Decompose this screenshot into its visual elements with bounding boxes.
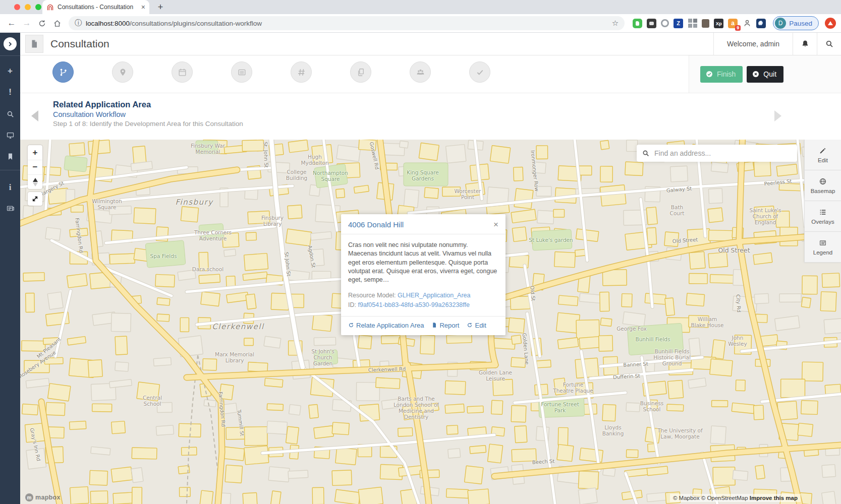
workflow-step-branch[interactable] xyxy=(52,61,74,83)
check-icon xyxy=(475,68,485,77)
map-tool-label: Legend xyxy=(813,249,832,256)
extension-red-icon[interactable] xyxy=(825,18,836,29)
users-icon xyxy=(416,68,425,77)
edit-icon xyxy=(467,322,473,328)
browser-tab[interactable]: Consultations - Consultation × xyxy=(42,0,149,14)
sidebar-item-info[interactable]: i xyxy=(0,180,20,194)
notifications-button[interactable] xyxy=(793,33,817,55)
map-tool-label: Basemap xyxy=(811,188,835,194)
sidebar-divider xyxy=(0,55,20,56)
finish-label: Finish xyxy=(717,70,736,78)
browser-toolbar: ← → ⓘ localhost:8000/consultations/plugi… xyxy=(0,14,841,33)
browser-window: Consultations - Consultation × + ← → ⓘ l… xyxy=(0,0,841,504)
sync-status: Paused xyxy=(789,20,812,27)
bell-icon xyxy=(801,39,810,48)
popup-action-report[interactable]: Report xyxy=(431,322,459,329)
zotero-extension-icon[interactable]: Z xyxy=(674,19,683,28)
resource-model-link[interactable]: GLHER_Application_Area xyxy=(398,292,471,299)
app-sidebar: +!i xyxy=(0,33,20,504)
forward-button[interactable]: → xyxy=(20,17,33,30)
map-tool-basemap[interactable]: Basemap xyxy=(805,170,841,201)
robot-extension-icon[interactable] xyxy=(647,19,656,28)
workflow-step-files[interactable] xyxy=(350,61,371,83)
workflow-steps xyxy=(52,61,490,83)
minimize-window-button[interactable] xyxy=(25,4,31,10)
fullscreen-icon xyxy=(31,195,39,203)
profile-chip[interactable]: D Paused xyxy=(773,16,819,30)
new-tab-button[interactable]: + xyxy=(154,2,166,13)
home-button[interactable] xyxy=(50,17,64,30)
address-search-box xyxy=(637,145,797,162)
workflow-step-check[interactable] xyxy=(469,61,490,83)
sidebar-item-monitor[interactable] xyxy=(0,129,20,142)
improve-map-link[interactable]: Improve this map xyxy=(750,495,798,501)
map-attribution: © Mapbox © OpenStreetMap Improve this ma… xyxy=(670,494,801,502)
resource-id-link[interactable]: f9af0541-bb83-48fd-a530-99a263238ffe xyxy=(358,301,470,308)
map-tool-legend[interactable]: Legend xyxy=(805,232,841,263)
avatar: D xyxy=(775,18,786,29)
mapbox-wordmark: mapbox xyxy=(35,494,61,501)
map-tool-label: Edit xyxy=(818,157,828,163)
popup-title: 4006 Donald Hill xyxy=(348,220,493,229)
sidebar-item-exclamation[interactable]: ! xyxy=(0,85,20,98)
previous-step-arrow[interactable] xyxy=(31,110,38,121)
bookmark-star-icon[interactable]: ☆ xyxy=(612,19,619,28)
address-search-input[interactable] xyxy=(654,149,792,157)
map-tool-overlays[interactable]: Overlays xyxy=(805,201,841,232)
sidebar-item-search[interactable] xyxy=(0,107,20,120)
workflow-step-calendar[interactable] xyxy=(172,61,193,83)
map-tools-panel: EditBasemapOverlaysLegend xyxy=(804,140,841,263)
zoom-in-button[interactable]: + xyxy=(28,145,42,160)
ring-extension-icon[interactable] xyxy=(661,19,669,27)
quit-label: Quit xyxy=(763,70,776,78)
tab-close-icon[interactable]: × xyxy=(141,4,145,11)
workflow-step-users[interactable] xyxy=(410,61,431,83)
popup-close-icon[interactable]: × xyxy=(493,220,498,229)
close-window-button[interactable] xyxy=(14,4,20,10)
map-container: Finsbury War MemorialSt. John StGoswell … xyxy=(20,140,841,504)
workflow-step-table[interactable] xyxy=(231,61,252,83)
sidebar-item-bookmark[interactable] xyxy=(0,150,20,163)
browser-tab-strip: Consultations - Consultation × + xyxy=(0,0,841,14)
legend-icon xyxy=(819,239,827,247)
grid-extension-icon[interactable] xyxy=(688,19,697,28)
workflow-step-hash[interactable] xyxy=(291,61,312,83)
next-step-arrow[interactable] xyxy=(774,110,781,121)
map-tool-label: Overlays xyxy=(811,219,834,225)
popup-actions: Relate Application AreaReportEdit xyxy=(341,316,506,335)
step-subtitle: Step 1 of 8: Identify the Development Ar… xyxy=(53,120,243,128)
sidebar-item-chevron-right-circle[interactable] xyxy=(0,37,20,50)
back-button[interactable]: ← xyxy=(5,17,18,30)
address-bar[interactable]: ⓘ localhost:8000/consultations/plugins/c… xyxy=(69,16,625,30)
person-extension-icon[interactable] xyxy=(742,19,752,28)
globe-extension-icon[interactable] xyxy=(756,19,766,28)
zoom-out-button[interactable]: − xyxy=(28,160,42,174)
amazon-extension-icon[interactable]: a9 xyxy=(728,19,738,28)
url-path: /consultations/plugins/consultation-work… xyxy=(130,20,262,27)
attribution-links[interactable]: © Mapbox © OpenStreetMap xyxy=(673,495,748,501)
map-feature-popup: 4006 Donald Hill × Cras non velit nec ni… xyxy=(341,214,506,335)
popup-action-edit[interactable]: Edit xyxy=(467,322,486,329)
relate-icon xyxy=(348,322,354,328)
site-info-icon[interactable]: ⓘ xyxy=(75,19,82,28)
welcome-text[interactable]: Welcome, admin xyxy=(713,33,793,55)
tab-title: Consultations - Consultation xyxy=(58,4,138,11)
map-tool-edit[interactable]: Edit xyxy=(805,140,841,170)
quit-button[interactable]: Quit xyxy=(747,66,783,83)
evernote-extension-icon[interactable] xyxy=(633,19,642,28)
compass-button[interactable] xyxy=(28,174,42,189)
fullscreen-button[interactable] xyxy=(28,192,42,206)
mapbox-logo[interactable]: m mapbox xyxy=(25,493,61,501)
xp-extension-icon[interactable]: Xp xyxy=(714,19,723,28)
sidebar-item-newspaper[interactable] xyxy=(0,202,20,215)
maximize-window-button[interactable] xyxy=(35,4,41,10)
reload-button[interactable] xyxy=(35,17,48,30)
search-button[interactable] xyxy=(817,33,841,55)
sidebar-item-plus[interactable]: + xyxy=(0,64,20,77)
compass-icon xyxy=(33,178,38,186)
resource-doc-badge xyxy=(25,35,43,53)
popup-action-relate-application-area[interactable]: Relate Application Area xyxy=(348,322,424,329)
workflow-step-map-marker[interactable] xyxy=(112,61,133,83)
finish-button[interactable]: Finish xyxy=(700,66,743,83)
stamp-extension-icon[interactable] xyxy=(702,19,709,28)
